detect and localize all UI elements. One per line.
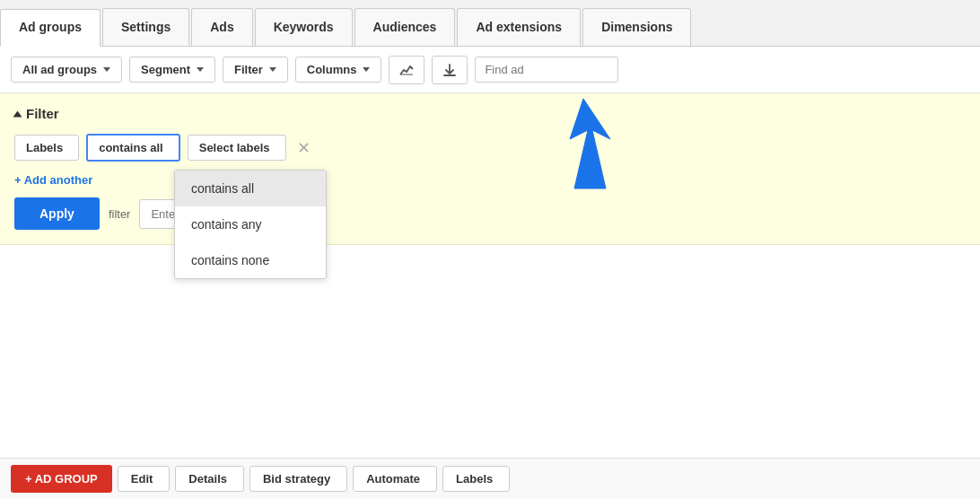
triangle-icon — [13, 110, 22, 117]
chevron-down-icon — [269, 67, 276, 72]
tab-audiences[interactable]: Audiences — [354, 8, 456, 46]
contains-all-dropdown[interactable]: contains all — [86, 134, 180, 162]
chart-icon — [398, 62, 415, 78]
tab-bar: Ad groups Settings Ads Keywords Audience… — [0, 0, 980, 47]
details-button[interactable]: Details — [175, 466, 244, 492]
tab-ad-groups[interactable]: Ad groups — [0, 9, 101, 47]
chart-icon-button[interactable] — [389, 56, 424, 84]
filter-title: Filter — [14, 106, 966, 121]
tab-dimensions[interactable]: Dimensions — [582, 8, 691, 46]
tab-ads[interactable]: Ads — [191, 8, 252, 46]
save-filter-label: filter — [109, 207, 131, 221]
close-filter-button[interactable]: ✕ — [297, 138, 311, 158]
automate-button[interactable]: Automate — [353, 466, 437, 492]
dropdown-item-contains-all[interactable]: contains all — [175, 171, 326, 206]
apply-button[interactable]: Apply — [14, 197, 100, 230]
segment-button[interactable]: Segment — [129, 57, 215, 83]
labels-button[interactable]: Labels — [442, 466, 510, 492]
tab-keywords[interactable]: Keywords — [255, 8, 353, 46]
bottom-bar: + AD GROUP Edit Details Bid strategy Aut… — [0, 458, 980, 499]
add-group-button[interactable]: + AD GROUP — [11, 465, 112, 493]
contains-dropdown-menu: contains all contains any contains none — [174, 170, 327, 279]
find-ad-input[interactable] — [475, 57, 618, 83]
edit-button[interactable]: Edit — [118, 466, 171, 492]
chevron-down-icon — [103, 67, 110, 72]
columns-button[interactable]: Columns — [295, 57, 382, 83]
tab-settings[interactable]: Settings — [102, 8, 189, 46]
toolbar: All ad groups Segment Filter Columns — [0, 47, 980, 93]
download-icon — [442, 62, 458, 78]
chevron-down-icon — [197, 67, 204, 72]
filter-section: Filter Labels contains all Select labels… — [0, 93, 980, 245]
bid-strategy-button[interactable]: Bid strategy — [249, 466, 347, 492]
labels-dropdown[interactable]: Labels — [14, 135, 79, 161]
select-labels-dropdown[interactable]: Select labels — [188, 135, 286, 161]
add-another-link[interactable]: + Add another — [14, 173, 92, 187]
tab-ad-extensions[interactable]: Ad extensions — [457, 8, 581, 46]
dropdown-item-contains-any[interactable]: contains any — [175, 206, 326, 242]
filter-button[interactable]: Filter — [223, 57, 288, 83]
all-ad-groups-button[interactable]: All ad groups — [11, 57, 122, 83]
download-icon-button[interactable] — [432, 56, 468, 84]
apply-row: Apply filter — [14, 197, 966, 230]
chevron-down-icon — [363, 67, 370, 72]
filter-row: Labels contains all Select labels ✕ cont… — [14, 134, 966, 162]
dropdown-item-contains-none[interactable]: contains none — [175, 242, 326, 278]
